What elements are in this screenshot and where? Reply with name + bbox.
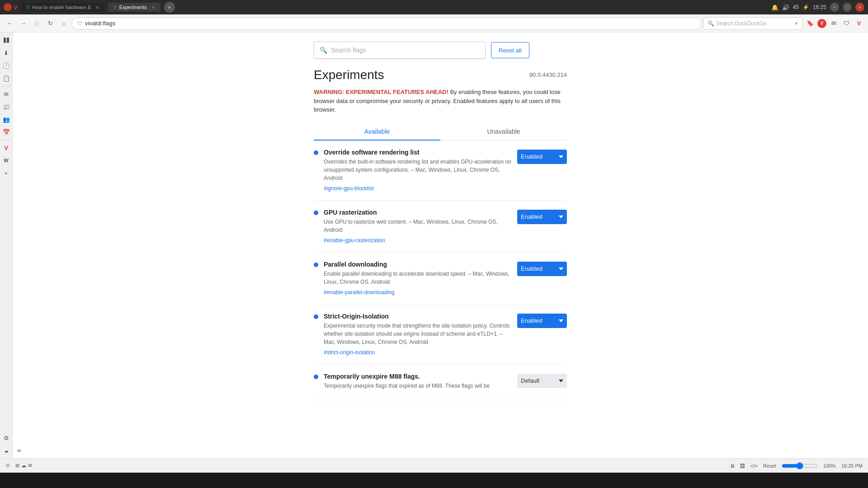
flag-dot-1 [314, 211, 318, 215]
home2-button[interactable]: ⌂ [58, 18, 70, 29]
minimize-button[interactable]: ─ [830, 3, 839, 12]
flag-control-4: DefaultEnabledDisabled [517, 373, 567, 388]
flag-name-0: Override software rendering list [324, 149, 512, 156]
svg-rect-2 [7, 38, 9, 43]
search-flags-icon: 🔍 [320, 47, 327, 54]
search-flags-placeholder: Search flags [331, 47, 366, 54]
svg-point-0 [5, 5, 10, 9]
statusbar-img-icon: 🖼 [740, 463, 745, 469]
main-layout: ⬇ 🕐 📋 ✉ 📰 👥 📅 V W + ⚙ ⊞ ☁ ✉ 🔍 Search fla [0, 33, 868, 458]
tab-available[interactable]: Available [314, 123, 440, 141]
statusbar-right: 🖥 🖼 </> Reset 100% 18:25 PM [730, 462, 863, 469]
statusbar-reset-label[interactable]: Reset [763, 463, 776, 469]
bluetooth-icon: ⚡ [802, 4, 809, 10]
flag-dot-0 [314, 150, 318, 155]
titlebar-tab-1[interactable]: V Experiments ✕ [108, 3, 160, 12]
titlebar-app-icons: V [4, 3, 18, 11]
search-dropdown-icon[interactable]: ▼ [794, 21, 799, 26]
sidebar-item-vivaldi[interactable]: V [0, 142, 12, 154]
flag-name-1: GPU rasterization [324, 209, 512, 216]
flag-select-3[interactable]: DefaultEnabledDisabled [517, 314, 567, 328]
sidebar-item-notes[interactable]: 📋 [0, 72, 12, 84]
flag-content-3: Strict-Origin-Isolation Experimental sec… [324, 313, 512, 356]
flag-item-4: Temporarily unexpire M88 flags. Temporar… [314, 365, 567, 400]
tab-close-1[interactable]: ✕ [151, 5, 155, 10]
tab-close-0[interactable]: ✕ [95, 5, 99, 10]
tab-unavailable[interactable]: Unavailable [440, 123, 567, 141]
statusbar-icons: ⊞ ☁ ✉ [15, 463, 32, 469]
sidebar-item-downloads[interactable]: ⬇ [0, 47, 12, 59]
search-bar[interactable]: 🔍 Search DuckDuckGo ▼ [703, 17, 803, 30]
warning-prefix: WARNING: EXPERIMENTAL FEATURES AHEAD! [314, 89, 448, 95]
sidebar-item-add[interactable]: + [0, 167, 12, 179]
home-button[interactable]: ⟨⟩ [31, 18, 42, 29]
sidebar-item-history[interactable]: 🕐 [0, 60, 12, 71]
statusbar-left: ⚙ [5, 463, 10, 469]
flag-select-4[interactable]: DefaultEnabledDisabled [517, 374, 567, 388]
flag-select-0[interactable]: DefaultEnabledDisabled [517, 150, 567, 164]
version-label: 90.0.4430.214 [529, 71, 567, 78]
flag-anchor-1[interactable]: #enable-gpu-rasterization [324, 237, 385, 244]
tab-label-1: Experiments [119, 5, 147, 10]
flag-anchor-0[interactable]: #ignore-gpu-blocklist [324, 185, 374, 192]
shield2-icon[interactable]: 🛡 [841, 18, 852, 29]
flag-anchor-3[interactable]: #strict-origin-isolation [324, 349, 375, 356]
time-label: 16:25 [813, 4, 826, 10]
statusbar-screen-icon: 🖥 [730, 463, 735, 469]
sidebar-item-bottom2[interactable]: ☁ [0, 445, 12, 456]
address-bar[interactable]: 🛡 vivaldi:flags [71, 17, 702, 30]
search-flags-input[interactable]: 🔍 Search flags [314, 42, 486, 59]
flag-name-3: Strict-Origin-Isolation [324, 313, 512, 320]
reset-all-button[interactable]: Reset all [491, 42, 529, 58]
flag-anchor-2[interactable]: #enable-parallel-downloading [324, 289, 395, 296]
zoom-label: 100% [823, 463, 836, 469]
volume-label: 45 [793, 4, 799, 10]
svg-rect-1 [4, 38, 6, 43]
reload-button[interactable]: ↻ [44, 18, 56, 29]
vivaldi-ext-icon: V [821, 21, 824, 26]
forward-button[interactable]: → [17, 18, 29, 29]
flag-desc-3: Experimental security mode that strength… [324, 322, 512, 346]
statusbar-icon3: ✉ [28, 463, 32, 469]
flag-dot-4 [314, 375, 318, 379]
sidebar-item-w[interactable]: W [0, 155, 12, 166]
flag-desc-1: Use GPU to rasterize web content. – Mac,… [324, 218, 512, 234]
flag-desc-2: Enable parallel downloading to accelerat… [324, 270, 512, 286]
sidebar-separator [2, 86, 11, 86]
sidebar-item-panel[interactable] [0, 34, 12, 46]
titlebar-tab-0[interactable]: V How to enable hardware & ✕ [21, 3, 104, 12]
speaker-icon: 🔊 [782, 4, 789, 11]
sidebar-item-calendar[interactable]: 📅 [0, 126, 12, 138]
extensions-icon[interactable]: V [817, 19, 826, 28]
flag-item-2: Parallel downloading Enable parallel dow… [314, 253, 567, 305]
close-button[interactable]: ✕ [855, 3, 864, 12]
toolbar-icons: 🔖 V ✉ 🛡 V [805, 18, 864, 29]
content-inner: 🔍 Search flags Reset all Experiments 90.… [314, 42, 567, 400]
bookmark-icon[interactable]: 🔖 [805, 18, 816, 29]
navbar: ← → ⟨⟩ ↻ ⌂ 🛡 vivaldi:flags 🔍 Search Duck… [0, 14, 868, 33]
back-button[interactable]: ← [4, 18, 15, 29]
shield-icon: 🛡 [77, 21, 82, 26]
sidebar-item-settings[interactable]: ⚙ [0, 432, 12, 444]
sidebar-item-feeds[interactable]: 📰 [0, 101, 12, 113]
flag-select-1[interactable]: DefaultEnabledDisabled [517, 210, 567, 224]
flag-control-2: DefaultEnabledDisabled [517, 261, 567, 276]
search-icon: 🔍 [708, 20, 714, 27]
mail-icon[interactable]: ✉ [828, 18, 839, 29]
tab-label-0: How to enable hardware & [32, 5, 91, 10]
search-placeholder: Search DuckDuckGo [716, 20, 767, 27]
maximize-button[interactable]: □ [843, 3, 852, 12]
notification-icon: 🔔 [771, 4, 778, 11]
titlebar: V V How to enable hardware & ✕ V Experim… [0, 0, 868, 14]
vivaldi-menu-icon[interactable]: V [854, 18, 864, 29]
statusbar: ⚙ ⊞ ☁ ✉ 🖥 🖼 </> Reset 100% 18:25 PM [0, 458, 868, 473]
flag-control-0: DefaultEnabledDisabled [517, 149, 567, 164]
sidebar-item-mail[interactable]: ✉ [0, 88, 12, 100]
flag-select-2[interactable]: DefaultEnabledDisabled [517, 262, 567, 276]
zoom-slider[interactable] [782, 462, 818, 469]
page-header: Experiments 90.0.4430.214 [314, 68, 567, 82]
new-tab-button[interactable]: + [164, 2, 175, 13]
warning-box: WARNING: EXPERIMENTAL FEATURES AHEAD! By… [314, 88, 567, 114]
statusbar-time: 18:25 PM [841, 463, 863, 469]
sidebar-item-contacts[interactable]: 👥 [0, 113, 12, 125]
